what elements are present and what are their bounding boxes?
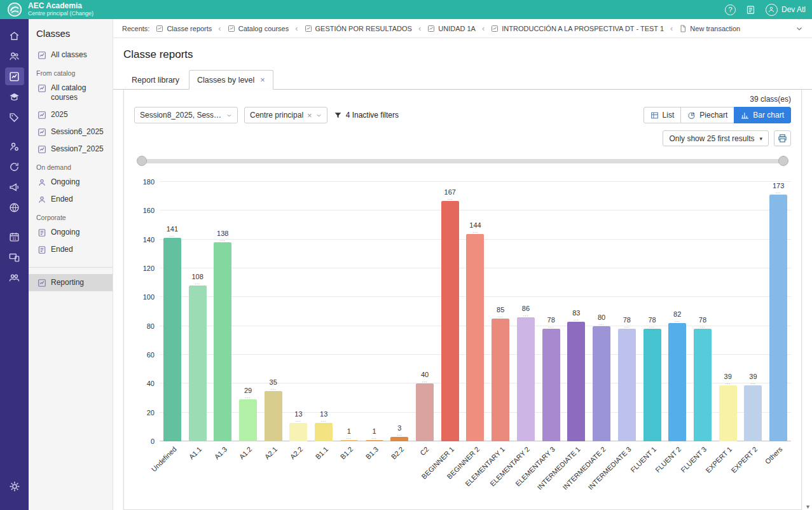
tab-classes-by-level[interactable]: Classes by level×	[189, 70, 273, 90]
bar-others[interactable]	[769, 195, 787, 441]
rail-item-trainers[interactable]	[5, 137, 24, 155]
bar-expert-2[interactable]	[744, 385, 762, 441]
bar-group-a2-1: 35…A2.1	[261, 182, 286, 441]
help-icon[interactable]: ?	[725, 4, 736, 15]
sidebar-item-all-catalog-courses[interactable]: All catalog courses	[29, 79, 113, 106]
rail-item-classes[interactable]	[5, 67, 24, 85]
clear-filter-icon[interactable]: ×	[307, 111, 312, 120]
bar-b1-2[interactable]	[340, 440, 358, 441]
bar-intermediate-2[interactable]	[593, 326, 610, 441]
bar-undefined[interactable]	[163, 238, 181, 441]
bar-b1-1[interactable]	[315, 423, 333, 442]
sidebar-item-ondemand-ongoing[interactable]: Ongoing	[29, 174, 113, 191]
bar-sublabel: …	[497, 314, 504, 317]
bar-expert-1[interactable]	[719, 385, 737, 441]
sidebar-item-session6-2025[interactable]: Session6_2025	[29, 123, 113, 141]
bar-group-undefined: 141…Undefined	[160, 182, 185, 441]
rail-item-products[interactable]	[5, 108, 24, 126]
recent-item[interactable]: Classe reports	[156, 25, 212, 32]
person-icon	[38, 195, 46, 204]
y-axis-label: 180	[143, 178, 155, 186]
settings-icon[interactable]	[9, 481, 20, 492]
bar-a1-2[interactable]	[239, 399, 257, 441]
chart-scrollbar[interactable]	[137, 155, 788, 167]
sidebar-item-session7-2025[interactable]: Session7_2025	[29, 141, 113, 158]
rail-item-calendar[interactable]: 31	[5, 228, 24, 245]
barchart-view-label: Bar chart	[753, 111, 784, 120]
sidebar-item-2025[interactable]: 2025	[29, 106, 113, 123]
bar-c2[interactable]	[416, 383, 434, 441]
bar-elementary-1[interactable]	[492, 319, 509, 441]
bar-a2-1[interactable]	[265, 391, 282, 441]
bar-elementary-3[interactable]	[542, 329, 560, 441]
bar-beginner-1[interactable]	[441, 201, 459, 442]
bar-group-a1-1: 108…A1.1	[185, 182, 210, 441]
sidebar-item-all-classes[interactable]: All classes	[29, 46, 113, 64]
list-view-button[interactable]: List	[643, 107, 682, 123]
app-logo-icon[interactable]	[6, 1, 23, 18]
rail-item-courses[interactable]	[5, 88, 24, 106]
bar-a2-2[interactable]	[289, 423, 307, 442]
bar-fluent-3[interactable]	[694, 329, 712, 441]
rail-item-resources[interactable]	[5, 248, 24, 266]
table-icon	[650, 111, 659, 120]
calendar-icon: 31	[9, 231, 20, 242]
scroll-down-icon[interactable]: ▾	[806, 503, 809, 510]
bar-sublabel: …	[371, 435, 378, 439]
rail-item-community[interactable]	[5, 268, 24, 286]
tab-close-icon[interactable]: ×	[260, 75, 265, 85]
rail-item-contacts[interactable]	[5, 47, 24, 65]
bar-intermediate-1[interactable]	[567, 322, 585, 441]
slider-track[interactable]	[142, 159, 783, 163]
recent-item[interactable]: Catalog courses	[228, 25, 289, 32]
chevron-down-icon[interactable]	[795, 25, 803, 32]
change-link[interactable]: (Change)	[70, 10, 94, 17]
sidebar-item-corporate-ongoing[interactable]: Ongoing	[29, 224, 113, 241]
recents-label: Recents:	[122, 25, 149, 32]
slider-handle-right[interactable]	[778, 156, 788, 166]
chart-icon	[491, 25, 499, 32]
recent-item[interactable]: GESTIÓN POR RESULTADOS	[305, 25, 412, 32]
bar-group-elementary-1: 85…ELEMENTARY 1	[488, 182, 513, 441]
x-axis-label: B1.3	[364, 445, 380, 460]
bar-b2-2[interactable]	[390, 437, 408, 441]
bar-beginner-2[interactable]	[466, 234, 484, 441]
bar-a1-3[interactable]	[214, 242, 231, 441]
bar-group-c2: 40…C2	[412, 182, 437, 441]
classes-sidebar: Classes All classesFrom catalogAll catal…	[29, 19, 113, 510]
inactive-filters-button[interactable]: 4 Inactive filters	[334, 111, 399, 120]
notes-icon[interactable]	[746, 5, 755, 15]
chevron-left-icon: ‹	[670, 24, 673, 33]
slider-handle-left[interactable]	[137, 156, 147, 166]
session-filter-dropdown[interactable]: Session8_2025, Session7...	[134, 107, 238, 123]
recent-item[interactable]: UNIDAD 1A	[427, 25, 476, 32]
bar-intermediate-3[interactable]	[618, 329, 636, 441]
bar-group-a1-3: 138…A1.3	[210, 182, 235, 441]
piechart-view-button[interactable]: Piechart	[680, 107, 734, 123]
tab-report-library[interactable]: Report library	[123, 70, 188, 90]
rail-item-website[interactable]	[5, 198, 24, 216]
x-axis-label: INTERMEDIATE 2	[561, 445, 607, 491]
rail-item-home[interactable]	[5, 27, 24, 45]
results-limit-dropdown[interactable]: Only show 25 first results ▾	[663, 130, 769, 146]
sidebar-item-corporate-ended[interactable]: Ended	[29, 241, 113, 258]
rail-item-transactions[interactable]	[5, 158, 24, 176]
print-button[interactable]	[774, 130, 791, 146]
bar-fluent-2[interactable]	[668, 323, 686, 441]
bar-b1-3[interactable]	[366, 440, 383, 441]
bar-fluent-1[interactable]	[643, 329, 661, 441]
sidebar-item-reporting[interactable]: Reporting	[29, 274, 113, 291]
recent-item[interactable]: INTRODUCCIÓN A LA PROSPECTIVA DT - TEST …	[491, 25, 664, 32]
sidebar-item-ondemand-ended[interactable]: Ended	[29, 191, 113, 208]
recent-item[interactable]: New transaction	[679, 25, 740, 32]
centre-filter-dropdown[interactable]: Centre principal ×	[244, 107, 327, 123]
bar-elementary-2[interactable]	[517, 317, 535, 441]
sidebar-item-label: Ended	[51, 245, 73, 254]
bar-a1-1[interactable]	[189, 286, 207, 441]
rail-item-marketing[interactable]	[5, 178, 24, 196]
user-menu[interactable]: Dev Atl	[766, 4, 806, 16]
barchart-view-button[interactable]: Bar chart	[734, 107, 791, 123]
sidebar-item-label: 2025	[51, 110, 68, 120]
bar-sublabel: …	[472, 229, 478, 233]
sidebar-item-label: Ended	[51, 195, 73, 204]
